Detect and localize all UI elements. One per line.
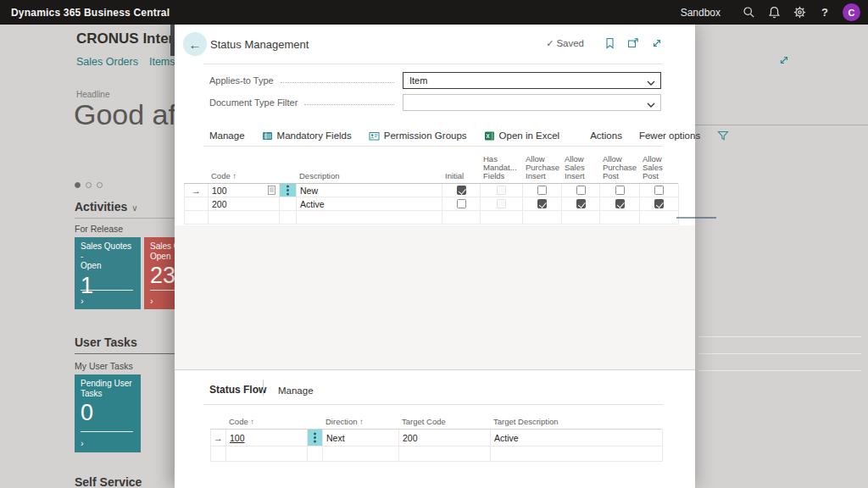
for-release-label: For Release: [75, 224, 123, 234]
app-title[interactable]: Dynamics 365 Business Central: [11, 7, 170, 19]
allow-purchase-insert-checkbox[interactable]: [537, 199, 547, 208]
document-type-filter-select[interactable]: [403, 94, 661, 111]
allow-purchase-insert-checkbox[interactable]: [537, 186, 547, 195]
status-flow-separator: [263, 380, 264, 396]
has-mandatory-fields-checkbox: [497, 199, 506, 208]
initial-checkbox[interactable]: [457, 186, 466, 195]
settings-gear-icon[interactable]: [787, 0, 812, 25]
my-user-tasks-label: My User Tasks: [75, 361, 133, 371]
user-tasks-section-title[interactable]: User Tasks: [75, 336, 137, 349]
code-link[interactable]: 100: [230, 433, 245, 443]
help-button[interactable]: ?: [812, 0, 837, 25]
table-row-empty: [184, 211, 678, 225]
status-flow-grid: Code ↑ Direction ↑ Target Code Target De…: [210, 415, 662, 462]
carousel-dot-active[interactable]: [75, 182, 81, 188]
description-cell[interactable]: Active: [297, 197, 442, 211]
col-initial[interactable]: Initial: [442, 172, 480, 183]
nav-items[interactable]: Items: [149, 56, 175, 68]
backdrop-row-divider: [698, 370, 861, 371]
avatar[interactable]: C: [843, 3, 860, 21]
chevron-down-icon: [647, 100, 655, 110]
col-target-description[interactable]: Target Description: [490, 417, 662, 429]
row-options-menu[interactable]: [280, 184, 297, 197]
backdrop-row-divider: [698, 336, 861, 337]
filter-icon[interactable]: [717, 130, 729, 141]
mandatory-fields-icon: [262, 130, 273, 141]
col-allow-purchase-insert[interactable]: Allow Purchase Insert: [522, 155, 561, 183]
activities-section-title[interactable]: Activities∨: [75, 200, 138, 214]
expand-dialog-icon[interactable]: [651, 37, 663, 49]
row-options-menu[interactable]: [280, 197, 297, 211]
notifications-bell-icon[interactable]: [761, 0, 787, 25]
col-allow-sales-post[interactable]: Allow Sales Post: [639, 155, 678, 183]
actions-menu[interactable]: Actions: [590, 130, 622, 141]
table-row: → 100 Next 200 Active: [210, 430, 662, 446]
tile-chevron-icon[interactable]: ›: [81, 296, 84, 306]
permission-groups-button[interactable]: Permission Groups: [369, 130, 467, 141]
has-mandatory-fields-checkbox: [497, 186, 506, 195]
tile-sales-quotes-open[interactable]: Sales Quotes - Open 1 ›: [75, 237, 141, 309]
row-selector[interactable]: [185, 197, 209, 211]
tile-chevron-icon[interactable]: ›: [81, 438, 84, 448]
col-target-code[interactable]: Target Code: [398, 417, 490, 429]
row-selector[interactable]: →: [211, 430, 226, 446]
assist-edit-icon[interactable]: [268, 186, 275, 195]
description-cell[interactable]: New: [297, 184, 442, 197]
row-options-menu[interactable]: [308, 430, 323, 446]
target-code-cell[interactable]: 200: [399, 430, 491, 446]
screen: CRONUS Internation Sales Orders Items C …: [0, 0, 868, 488]
col-allow-purchase-post[interactable]: Allow Purchase Post: [599, 155, 639, 183]
grid-header-row: Code ↑ Description Initial Has Mandat...…: [184, 155, 678, 184]
fewer-options-button[interactable]: Fewer options: [639, 130, 700, 141]
back-button[interactable]: ←: [183, 32, 207, 56]
excel-icon: [484, 130, 495, 141]
tile-value: 0: [81, 400, 135, 425]
code-cell[interactable]: 100: [209, 184, 280, 197]
bookmark-icon[interactable]: [604, 37, 615, 49]
col-code[interactable]: Code ↑: [225, 417, 307, 429]
col-has-mandatory-fields[interactable]: Has Mandat... Fields: [480, 155, 522, 183]
col-description[interactable]: Description: [296, 172, 442, 183]
applies-to-type-select[interactable]: Item: [403, 72, 661, 89]
chevron-down-icon: ∨: [131, 203, 137, 213]
allow-sales-post-checkbox[interactable]: [654, 199, 664, 208]
code-cell[interactable]: 200: [209, 197, 280, 211]
saved-check-icon: ✓: [546, 38, 554, 49]
field-document-type-filter: Document Type Filter: [209, 94, 661, 111]
initial-checkbox[interactable]: [457, 199, 466, 208]
nav-sales-orders[interactable]: Sales Orders: [76, 56, 138, 68]
tile-chevron-icon[interactable]: ›: [150, 296, 153, 306]
carousel-dot[interactable]: [86, 182, 92, 188]
manage-menu[interactable]: Manage: [209, 130, 245, 141]
allow-sales-insert-checkbox[interactable]: [576, 199, 586, 208]
environment-badge[interactable]: Sandbox: [681, 7, 721, 19]
mandatory-fields-button[interactable]: Mandatory Fields: [262, 130, 352, 141]
tile-pending-user-tasks[interactable]: Pending User Tasks 0 ›: [75, 374, 141, 452]
allow-purchase-post-checkbox[interactable]: [615, 186, 625, 195]
col-code[interactable]: Code ↑: [208, 172, 279, 183]
carousel-dot[interactable]: [97, 182, 103, 188]
col-direction[interactable]: Direction ↑: [322, 417, 398, 429]
carousel-dots[interactable]: [75, 182, 103, 188]
direction-cell[interactable]: Next: [323, 430, 399, 446]
row-selector[interactable]: →: [185, 184, 209, 197]
open-in-new-window-icon[interactable]: [627, 37, 639, 49]
allow-purchase-post-checkbox[interactable]: [615, 199, 625, 208]
search-icon[interactable]: [736, 0, 761, 25]
allow-sales-insert-checkbox[interactable]: [576, 186, 586, 195]
vertical-dots-icon: [287, 189, 289, 191]
expand-chart-icon[interactable]: [778, 54, 790, 69]
backdrop-divider-line: [695, 125, 868, 125]
open-in-excel-button[interactable]: Open in Excel: [484, 130, 560, 141]
col-allow-sales-insert[interactable]: Allow Sales Insert: [561, 155, 599, 183]
current-row-arrow-icon: →: [214, 433, 223, 443]
allow-sales-post-checkbox[interactable]: [654, 186, 664, 195]
table-row-empty: [210, 446, 662, 462]
status-flow-manage-menu[interactable]: Manage: [278, 385, 314, 396]
section-divider: [75, 218, 175, 219]
vertical-dots-icon: [314, 436, 316, 439]
field-applies-to-type: Applies-to Type Item: [209, 72, 661, 89]
header-divider: [203, 64, 663, 64]
target-description-cell[interactable]: Active: [491, 430, 663, 446]
self-service-section-title[interactable]: Self Service: [75, 475, 142, 488]
